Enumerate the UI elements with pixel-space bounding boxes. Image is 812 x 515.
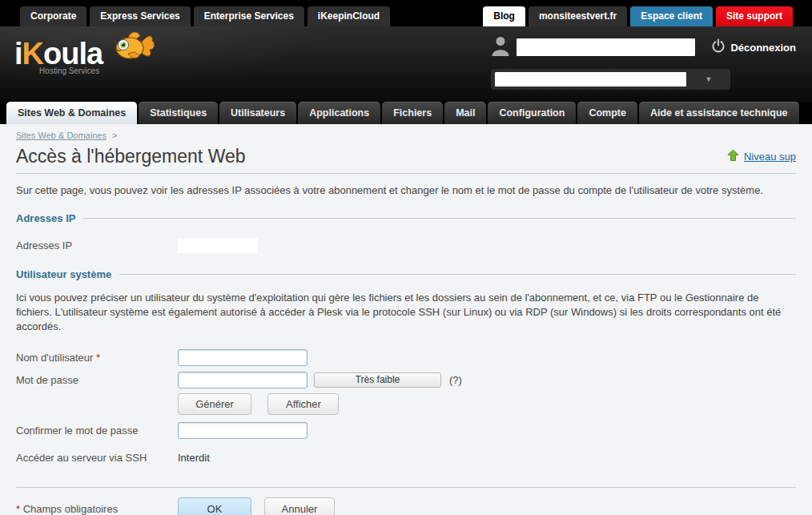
breadcrumb-link-sites-web[interactable]: Sites Web & Domaines bbox=[16, 131, 107, 140]
user-row: Déconnexion bbox=[491, 35, 796, 59]
subscription-dropdown[interactable]: ▼ bbox=[491, 69, 730, 90]
footer-divider bbox=[16, 487, 796, 488]
toptab-express-services[interactable]: Express Services bbox=[90, 6, 190, 26]
logout-label: Déconnexion bbox=[730, 42, 796, 54]
section-rule bbox=[83, 218, 796, 219]
title-divider bbox=[16, 173, 796, 174]
tab-configuration[interactable]: Configuration bbox=[488, 102, 576, 124]
section-rule bbox=[119, 274, 796, 275]
tab-applications[interactable]: Applications bbox=[298, 102, 380, 124]
password-buttons-row: Générer Afficher bbox=[178, 393, 796, 415]
user-area: Déconnexion ▼ bbox=[491, 35, 796, 90]
title-row: Accès à l'hébergement Web Niveau sup bbox=[16, 146, 796, 167]
username-input[interactable] bbox=[178, 349, 308, 366]
header: iKoula Hosting Services bbox=[0, 26, 812, 102]
tab-aide-assistance[interactable]: Aide et assistance technique bbox=[639, 102, 799, 124]
tab-mail[interactable]: Mail bbox=[444, 102, 486, 124]
main-navigation: Sites Web & Domaines Statistiques Utilis… bbox=[0, 102, 812, 124]
user-silhouette-icon bbox=[491, 35, 510, 59]
password-field-row: Mot de passe Très faible (?) bbox=[16, 369, 796, 390]
tab-fichiers[interactable]: Fichiers bbox=[382, 102, 443, 124]
chevron-down-icon: ▼ bbox=[686, 75, 730, 83]
toptab-espace-client[interactable]: Espace client bbox=[630, 6, 713, 26]
toptab-monsiteestvert[interactable]: monsiteestvert.fr bbox=[529, 6, 627, 26]
ikoula-logo-text: iKoula bbox=[14, 38, 103, 70]
ikoula-logo[interactable]: iKoula Hosting Services bbox=[14, 38, 103, 75]
toptab-ikeepincloud[interactable]: iKeepinCloud bbox=[308, 6, 390, 26]
power-icon bbox=[711, 38, 726, 56]
logout-button[interactable]: Déconnexion bbox=[711, 38, 796, 56]
dropdown-redacted-value bbox=[495, 72, 686, 87]
up-arrow-icon bbox=[727, 149, 739, 164]
password-input[interactable] bbox=[178, 372, 308, 388]
confirm-password-label: Confirmer le mot de passe bbox=[16, 424, 178, 437]
password-label: Mot de passe bbox=[16, 374, 178, 386]
generate-password-button[interactable]: Générer bbox=[178, 393, 251, 415]
system-user-description: Ici vous pouvez préciser un utilisateur … bbox=[16, 291, 796, 334]
confirm-password-row: Confirmer le mot de passe bbox=[16, 420, 796, 441]
password-help-link[interactable]: (?) bbox=[449, 374, 462, 386]
page-title: Accès à l'hébergement Web bbox=[16, 146, 246, 167]
section-heading-adresses-ip: Adresses IP bbox=[16, 212, 796, 224]
required-fields-note: * Champs obligatoires bbox=[16, 503, 178, 515]
toptab-site-support[interactable]: Site support bbox=[716, 6, 793, 26]
ip-address-row: Adresses IP bbox=[16, 235, 796, 255]
tab-compte[interactable]: Compte bbox=[577, 102, 637, 124]
up-level-label[interactable]: Niveau sup bbox=[744, 151, 796, 163]
cancel-button[interactable]: Annuler bbox=[264, 497, 335, 515]
section-heading-utilisateur-systeme: Utilisateur système bbox=[16, 268, 796, 280]
ssh-access-value: Interdit bbox=[178, 452, 210, 464]
username-redacted-value bbox=[517, 38, 695, 56]
tab-sites-web-domaines[interactable]: Sites Web & Domaines bbox=[6, 102, 137, 124]
confirm-password-input[interactable] bbox=[178, 422, 308, 439]
toptab-enterprise-services[interactable]: Enterprise Services bbox=[194, 6, 304, 26]
show-password-button[interactable]: Afficher bbox=[267, 393, 339, 415]
ssh-access-row: Accéder au serveur via SSH Interdit bbox=[16, 447, 796, 468]
ssh-access-label: Accéder au serveur via SSH bbox=[16, 452, 178, 464]
content-area: Sites Web & Domaines > Accès à l'héberge… bbox=[0, 124, 812, 515]
breadcrumb-separator: > bbox=[112, 131, 117, 140]
tab-utilisateurs[interactable]: Utilisateurs bbox=[219, 102, 296, 124]
toptab-corporate[interactable]: Corporate bbox=[20, 6, 86, 26]
ip-address-redacted-value bbox=[178, 238, 258, 253]
breadcrumb: Sites Web & Domaines > bbox=[16, 131, 796, 140]
username-label: Nom d'utilisateur * bbox=[16, 352, 178, 364]
required-asterisk: * bbox=[96, 352, 100, 364]
ok-button[interactable]: OK bbox=[178, 497, 251, 515]
corporate-top-bar: Corporate Express Services Enterprise Se… bbox=[0, 0, 812, 26]
topbar-right-group: Blog monsiteestvert.fr Espace client Sit… bbox=[483, 6, 796, 26]
up-level-link[interactable]: Niveau sup bbox=[727, 149, 796, 164]
tab-statistiques[interactable]: Statistiques bbox=[139, 102, 218, 124]
ip-address-label: Adresses IP bbox=[16, 239, 178, 251]
toptab-blog[interactable]: Blog bbox=[483, 6, 525, 26]
username-field-row: Nom d'utilisateur * bbox=[16, 347, 796, 368]
goldfish-logo-icon bbox=[112, 27, 155, 67]
form-footer: * Champs obligatoires OK Annuler bbox=[16, 497, 796, 515]
password-strength-meter: Très faible bbox=[314, 372, 441, 388]
page-intro-text: Sur cette page, vous pouvez voir les adr… bbox=[16, 184, 796, 196]
